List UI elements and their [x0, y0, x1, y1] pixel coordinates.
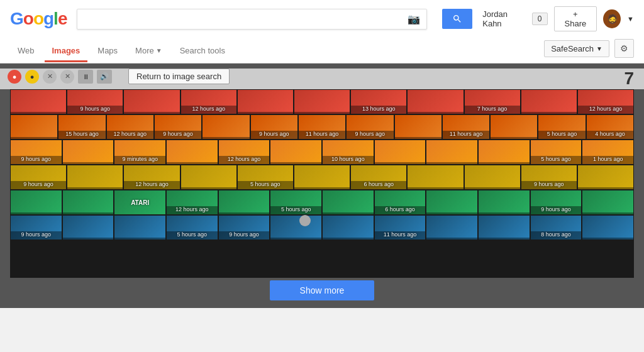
brick[interactable]: 9 hours ago [521, 165, 577, 189]
brick[interactable]: 7 hours ago [465, 90, 520, 114]
ctrl-x2-button[interactable]: ✕ [60, 70, 74, 84]
brick[interactable]: 9 hours ago [11, 216, 62, 239]
brick[interactable] [270, 140, 321, 164]
nav-maps[interactable]: Maps [90, 41, 125, 62]
brick[interactable] [11, 115, 57, 139]
brick[interactable]: 15 hours ago [58, 115, 105, 139]
brick[interactable] [408, 90, 463, 114]
brick[interactable]: 4 hours ago [587, 115, 633, 139]
brick[interactable] [67, 165, 123, 189]
brick[interactable] [270, 216, 321, 239]
brick[interactable]: 13 hours ago [351, 90, 406, 114]
brick[interactable]: 12 hours ago [578, 90, 633, 114]
nav-images[interactable]: Images [45, 41, 88, 62]
brick[interactable] [63, 216, 114, 239]
brick[interactable] [124, 90, 179, 114]
game-area[interactable]: 9 hours ago 12 hours ago 13 hours ago 7 … [10, 89, 634, 278]
google-logo[interactable]: Google [10, 9, 67, 29]
brick[interactable]: 12 hours ago [107, 115, 153, 139]
brick[interactable] [11, 90, 66, 114]
game-controls: ● ● ✕ ✕ ⏸ 🔊 Return to image search 7 [0, 69, 644, 89]
brick[interactable]: 12 hours ago [167, 190, 218, 214]
brick[interactable] [491, 115, 537, 139]
brick[interactable] [465, 165, 520, 189]
brick[interactable] [426, 140, 477, 164]
brick[interactable]: 5 hours ago [538, 115, 585, 139]
search-input[interactable]: atari breakout [84, 13, 404, 25]
return-to-image-search-button[interactable]: Return to image search [128, 69, 230, 84]
brick[interactable] [63, 140, 114, 164]
ctrl-x1-button[interactable]: ✕ [43, 70, 57, 84]
brick[interactable] [294, 165, 350, 189]
brick[interactable]: 5 hours ago [270, 190, 321, 214]
brick[interactable] [203, 115, 249, 139]
brick[interactable]: 5 hours ago [531, 140, 582, 164]
pause-button[interactable]: ⏸ [78, 70, 93, 84]
brick[interactable] [63, 190, 114, 214]
brick[interactable]: 11 hours ago [375, 216, 426, 239]
share-button[interactable]: + Share [554, 6, 597, 31]
brick[interactable] [479, 216, 530, 239]
brick[interactable] [426, 216, 477, 239]
brick[interactable] [426, 190, 477, 214]
window-close-button[interactable]: ● [8, 70, 21, 84]
header: Google atari breakout 📷 Jordan Kahn 0 + … [0, 0, 644, 63]
brick[interactable] [238, 90, 293, 114]
brick[interactable] [114, 216, 165, 239]
brick[interactable]: 9 hours ago [251, 115, 297, 139]
brick[interactable]: ATARI [114, 190, 165, 214]
brick[interactable] [181, 165, 236, 189]
safesearch-button[interactable]: SafeSearch ▼ [544, 40, 609, 57]
brick[interactable] [11, 190, 62, 214]
brick[interactable] [578, 165, 633, 189]
brick[interactable] [582, 216, 633, 239]
show-more-button[interactable]: Show more [270, 280, 375, 300]
brick[interactable] [479, 140, 530, 164]
brick[interactable] [582, 190, 633, 214]
game-ball [299, 215, 311, 226]
brick[interactable]: 12 hours ago [181, 90, 236, 114]
brick[interactable]: 10 hours ago [323, 140, 374, 164]
brick[interactable] [395, 115, 441, 139]
sound-button[interactable]: 🔊 [97, 70, 112, 84]
brick[interactable] [375, 140, 426, 164]
brick[interactable]: 9 hours ago [219, 216, 270, 239]
avatar[interactable]: 🧔 [603, 9, 621, 28]
brick[interactable]: 5 hours ago [167, 216, 218, 239]
nav-web[interactable]: Web [10, 41, 42, 62]
nav-search-tools[interactable]: Search tools [172, 41, 233, 62]
brick[interactable] [323, 190, 374, 214]
brick[interactable]: 9 hours ago [11, 140, 62, 164]
header-top: Google atari breakout 📷 Jordan Kahn 0 + … [10, 6, 634, 36]
brick[interactable]: 9 hours ago [67, 90, 123, 114]
brick[interactable]: 9 minutes ago [114, 140, 165, 164]
brick[interactable]: 9 hours ago [155, 115, 201, 139]
brick[interactable]: 11 hours ago [299, 115, 345, 139]
brick[interactable] [408, 165, 463, 189]
brick[interactable]: 11 hours ago [443, 115, 489, 139]
brick[interactable] [323, 216, 374, 239]
avatar-dropdown-icon[interactable]: ▼ [627, 15, 634, 23]
window-minimize-button[interactable]: ● [25, 70, 39, 84]
brick[interactable] [294, 90, 350, 114]
settings-button[interactable]: ⚙ [614, 39, 634, 58]
nav-more[interactable]: More ▼ [128, 41, 170, 62]
brick[interactable] [167, 140, 218, 164]
brick-row-yellow-orange: 9 hours ago 9 minutes ago 12 hours ago 1… [10, 140, 634, 165]
brick[interactable] [521, 90, 577, 114]
brick[interactable]: 12 hours ago [219, 140, 270, 164]
brick[interactable]: 9 hours ago [531, 190, 582, 214]
camera-icon[interactable]: 📷 [408, 13, 420, 25]
brick[interactable]: 6 hours ago [375, 190, 426, 214]
game-container: ● ● ✕ ✕ ⏸ 🔊 Return to image search 7 9 h… [0, 63, 644, 308]
brick[interactable]: 9 hours ago [11, 165, 66, 189]
brick[interactable]: 1 hours ago [582, 140, 633, 164]
brick[interactable]: 12 hours ago [124, 165, 179, 189]
brick[interactable]: 8 hours ago [531, 216, 582, 239]
brick[interactable] [219, 190, 270, 214]
search-button[interactable] [442, 9, 472, 29]
brick[interactable]: 5 hours ago [238, 165, 293, 189]
brick[interactable]: 6 hours ago [351, 165, 406, 189]
brick[interactable]: 9 hours ago [347, 115, 393, 139]
brick[interactable] [479, 190, 530, 214]
